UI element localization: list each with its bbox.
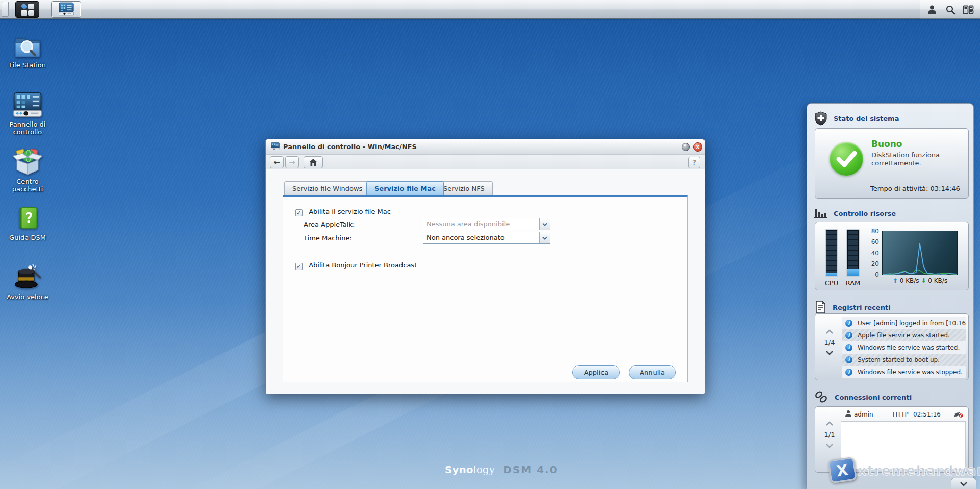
control-panel-window: Pannello di controllo - Win/Mac/NFS x ← … <box>265 139 705 394</box>
connection-protocol: HTTP <box>893 411 909 418</box>
brand-bold: Syno <box>445 463 473 476</box>
cpu-label: CPU <box>823 279 840 287</box>
desktop-icon-file-station[interactable]: File Station <box>0 32 55 69</box>
shield-icon <box>814 111 827 126</box>
disconnect-icon[interactable] <box>954 410 963 420</box>
synology-watermark: Synology DSM 4.0 <box>445 463 558 476</box>
download-series-line <box>883 270 957 274</box>
link-icon <box>814 390 828 404</box>
site-watermark: X xtremehardware.it <box>829 458 980 482</box>
show-desktop-button[interactable] <box>2 2 9 17</box>
connection-duration: 02:51:16 <box>913 411 941 418</box>
network-usage-chart <box>882 231 958 275</box>
help-button[interactable]: ? <box>688 157 700 168</box>
main-menu-button[interactable] <box>15 1 39 18</box>
system-status-box: Buono DiskStation funziona correttamente… <box>815 128 969 199</box>
desktop-icon-package-center[interactable]: Centro pacchetti <box>0 148 55 193</box>
tab-content-panel: ✓ Abilita il servizio file Mac Area Appl… <box>283 195 688 382</box>
download-arrow-icon: ⬇ <box>921 277 926 284</box>
page-down-icon[interactable] <box>825 350 834 355</box>
timemachine-select[interactable]: Non ancora selezionato <box>423 232 550 244</box>
page-up-icon[interactable] <box>825 421 834 426</box>
info-icon: i <box>845 344 852 351</box>
tab-servizio-file-mac[interactable]: Servizio file Mac <box>366 181 444 195</box>
resource-monitor-header: Controllo risorse <box>814 206 896 221</box>
user-icon <box>845 410 852 419</box>
tab-servizio-file-windows[interactable]: Servizio file Windows <box>284 181 370 195</box>
cpu-gauge <box>825 229 838 277</box>
cpu-gauge-fill <box>826 273 837 276</box>
home-button[interactable] <box>304 156 323 168</box>
desktop-icon-control-panel[interactable]: Pannello di controllo <box>0 91 55 136</box>
log-text: Windows file service was stopped. <box>858 369 963 376</box>
appletalk-label: Area AppleTalk: <box>304 221 355 228</box>
resource-monitor-box: CPU RAM 80 60 40 20 0 ⬆ 0 KB/s ⬇ 0 KB/s <box>815 222 969 290</box>
desktop-icon-dsm-help[interactable]: ? Guida DSM <box>0 204 55 241</box>
connection-user: admin <box>854 411 873 418</box>
y-tick: 20 <box>866 260 879 267</box>
site-watermark-text: xtremehardware.it <box>858 462 980 478</box>
upload-arrow-icon: ⬆ <box>893 277 898 284</box>
window-title: Pannello di controllo - Win/Mac/NFS <box>283 143 417 151</box>
info-icon: i <box>845 332 852 339</box>
minimize-button[interactable] <box>682 143 690 151</box>
home-icon <box>309 159 317 166</box>
bonjour-checkbox[interactable]: ✓ <box>295 263 303 270</box>
window-titlebar[interactable]: Pannello di controllo - Win/Mac/NFS <box>266 139 705 155</box>
connection-row: admin HTTP 02:51:16 <box>841 410 966 420</box>
log-text: Windows file service was started. <box>858 344 960 351</box>
desktop-icon-label: Pannello di controllo <box>0 120 55 136</box>
back-button[interactable]: ← <box>270 156 284 168</box>
upload-rate: 0 KB/s <box>900 277 919 284</box>
log-row: i Windows file service was stopped. <box>842 366 966 378</box>
pilot-view-icon[interactable] <box>962 3 975 16</box>
timemachine-label: Time Machine: <box>304 234 352 242</box>
appletalk-value: Nessuna area disponibile <box>423 218 539 230</box>
recent-logs-box: 1/4 i User [admin] logged in from [10.16… <box>815 313 969 380</box>
control-panel-task-button[interactable] <box>51 1 81 18</box>
log-page-indicator: 1/4 <box>820 338 839 346</box>
status-ok-icon <box>830 142 863 176</box>
uptime-text: Tempo di attività: 03:14:46 <box>864 185 966 192</box>
y-tick: 40 <box>866 250 879 257</box>
forward-button[interactable]: → <box>285 156 299 168</box>
search-icon[interactable] <box>944 3 957 16</box>
widget-title: Stato del sistema <box>834 115 899 123</box>
appletalk-select[interactable]: Nessuna area disponibile <box>423 218 550 230</box>
bar-chart-icon <box>814 207 827 219</box>
apply-button[interactable]: Applica <box>572 365 620 379</box>
desktop-icon-label: Avvio veloce <box>7 293 48 301</box>
close-button[interactable]: x <box>693 142 702 152</box>
log-row: i System started to boot up. <box>842 354 966 366</box>
user-icon[interactable] <box>925 3 939 16</box>
ram-gauge-fill <box>847 269 859 276</box>
page-up-icon[interactable] <box>825 329 834 334</box>
widget-title: Registri recenti <box>833 304 891 311</box>
log-row: i Windows file service was started. <box>842 341 966 354</box>
control-panel-icon <box>13 91 42 117</box>
taskbar-tray <box>920 0 980 19</box>
upload-series-line <box>883 243 957 274</box>
page-down-icon[interactable] <box>825 443 834 448</box>
svg-text:?: ? <box>25 210 33 226</box>
timemachine-value: Non ancora selezionato <box>423 232 539 243</box>
desktop-icon-quick-start[interactable]: Avvio veloce <box>0 263 55 301</box>
chevron-down-icon <box>960 481 968 486</box>
taskbar <box>0 0 980 19</box>
cancel-button[interactable]: Annulla <box>629 365 676 379</box>
chevron-down-icon[interactable] <box>539 218 550 230</box>
document-icon <box>814 301 826 314</box>
enable-mac-label: Abilita il servizio file Mac <box>309 208 391 215</box>
desktop-icon-label: File Station <box>9 61 46 69</box>
log-text: User [admin] logged in from [10.16... <box>858 320 966 327</box>
info-icon: i <box>845 369 852 376</box>
log-text: System started to boot up. <box>858 356 940 363</box>
system-status-header: Stato del sistema <box>814 111 899 126</box>
brand-version: DSM 4.0 <box>503 463 558 476</box>
enable-mac-checkbox[interactable]: ✓ <box>295 209 303 216</box>
control-panel-icon <box>59 2 74 17</box>
tab-servizio-nfs[interactable]: Servizio NFS <box>435 181 493 195</box>
chevron-down-icon[interactable] <box>539 232 550 243</box>
widget-title: Controllo risorse <box>834 210 896 217</box>
log-row: i Apple file service was started. <box>842 329 966 341</box>
